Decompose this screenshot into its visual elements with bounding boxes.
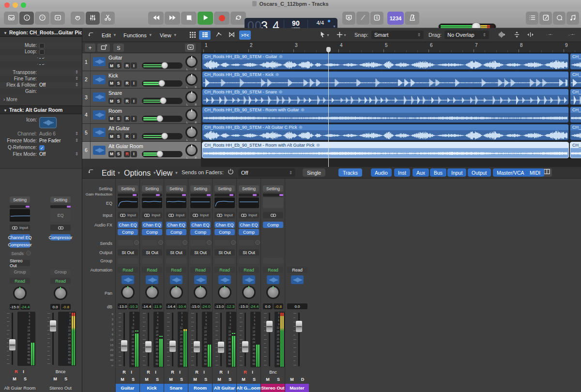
track-input-monitor-button[interactable]: I [131,151,137,157]
group-slot[interactable]: Group [50,269,71,275]
list-editors-button[interactable] [526,12,538,25]
library-button[interactable] [4,12,18,25]
erase-button[interactable] [342,12,355,25]
vertical-auto-zoom-button[interactable] [510,30,523,40]
mixer-filter-aux[interactable]: Aux [413,168,429,177]
mute-button[interactable]: M [288,376,296,382]
track-input-monitor-button[interactable]: I [131,80,137,87]
pan-knob[interactable] [242,286,256,299]
tracks-menu-functions[interactable]: Functions▼ [123,31,153,39]
fader-cap[interactable] [193,341,200,353]
channel-setting-button[interactable]: Setting [50,196,71,203]
mute-button[interactable]: M [10,376,19,382]
channel-setting-button[interactable]: Setting [190,185,211,192]
track-lane[interactable]: CH_Roots HH_Eb_90_STEM - Kick◎CH_ [201,71,581,89]
send-knob[interactable] [207,240,212,245]
send-slot[interactable] [142,240,157,246]
track-volume-slider[interactable] [142,133,183,139]
track-lane[interactable]: CH_Roots HH_Eb_90_STEM - Alt Guitar C Pi… [201,123,581,141]
solo-button[interactable]: S [201,376,210,382]
audio-region[interactable]: CH_Roots HH_Eb_90_STEM - Alt Guitar C Pi… [202,124,569,140]
automation-mode-button[interactable]: Read [263,267,283,273]
cycle-button[interactable] [230,12,246,25]
bounce-button[interactable]: Bnc [266,369,280,375]
checkbox-checked[interactable]: ✓ [39,145,45,151]
playhead-marker[interactable] [326,47,331,52]
mixer-strip-alt-guitar[interactable]: SettingInputChan EQCompSt OutRead-13.0-1… [212,179,236,392]
track-volume-slider[interactable] [142,116,183,122]
channel-icon[interactable] [122,275,134,284]
track-input-monitor-button[interactable]: I [131,116,137,122]
track-record-button[interactable]: R [124,98,130,104]
solo-button[interactable]: D [298,376,307,382]
audio-fx-comp[interactable]: Comp [142,229,162,235]
output-slot[interactable]: St Out [166,249,186,256]
horizontal-zoom-slider[interactable]: ↔ [561,30,581,40]
automation-mode-button[interactable]: Read [239,267,259,273]
waveform-zoom-button[interactable] [495,30,508,40]
fader-cap[interactable] [242,341,249,353]
input-slot[interactable]: Input [166,212,186,218]
fader-cap[interactable] [217,341,225,353]
mute-button[interactable]: M [215,376,224,382]
checkbox[interactable] [39,43,45,48]
editors-button[interactable] [101,12,115,25]
vertical-zoom-slider[interactable]: ↕ [538,30,560,40]
audio-region-next[interactable]: CH_ [570,53,581,70]
track-pan-knob[interactable] [185,91,198,103]
audio-waveform-icon[interactable] [93,92,106,102]
channel-eq-thumbnail[interactable] [10,209,30,222]
channel-icon[interactable] [243,275,255,284]
mixer-button[interactable] [86,12,100,25]
track-row-snare[interactable]: 3SnareMSRILR [82,89,201,106]
channel-icon[interactable] [170,275,183,284]
pan-knob[interactable] [266,286,280,299]
solo-button[interactable]: S [153,376,162,382]
add-track-button[interactable]: + [85,44,95,52]
mixer-filter-master-vca[interactable]: Master/VCA [493,168,528,177]
track-view-button[interactable] [199,30,211,40]
stepper-icon[interactable]: ⇕ [75,138,78,143]
mixer-filter-bus[interactable]: Bus [430,168,446,177]
track-volume-slider[interactable] [142,98,183,104]
input-monitor-button[interactable]: I [225,369,231,375]
audio-fx-channel-eq[interactable]: Channel EQ [10,234,30,241]
audio-region-next[interactable]: CH_ [570,142,581,158]
track-solo-button[interactable]: S [115,116,122,122]
output-slot[interactable]: St Out [214,249,235,256]
channel-setting-button[interactable]: Setting [263,185,283,192]
group-slot[interactable] [166,258,186,264]
channel-icon[interactable] [291,275,304,284]
input-slot[interactable]: Input [239,212,259,218]
quick-help-button[interactable]: ? [35,12,49,25]
audio-waveform-icon[interactable] [93,75,106,84]
stepper-icon[interactable]: ⇕ [75,76,78,81]
audio-fx-comp[interactable]: Comp [263,222,283,228]
audio-fx-chan-eq[interactable]: Chan EQ [190,222,211,228]
channel-setting-button[interactable]: Setting [214,185,235,192]
fader-cap[interactable] [9,339,16,351]
mute-button[interactable]: M [263,376,272,382]
send-slot[interactable] [214,240,230,246]
track-pan-knob[interactable] [185,56,198,68]
solo-button[interactable]: S [226,376,234,382]
group-slot[interactable] [190,258,211,264]
channel-eq-thumbnail[interactable] [239,197,259,208]
flex-button[interactable] [226,30,237,40]
track-record-button[interactable]: R [124,80,130,87]
track-row-alt-guitar[interactable]: 5Alt GuitarMSRILR [82,124,201,142]
audio-fx-comp[interactable]: Comp [118,229,138,235]
channel-eq-thumbnail[interactable] [190,197,211,208]
track-solo-button[interactable]: S [115,62,122,69]
record-enable-button[interactable]: R [242,369,248,375]
audio-region[interactable]: CH_Roots HH_Eb_90_STEM - Guitar◎ [202,53,569,70]
input-slot[interactable] [50,225,71,231]
media-browser-button[interactable] [566,12,579,25]
input-slot[interactable]: Input [118,212,138,218]
audio-fx-comp[interactable]: Comp [166,229,186,235]
mute-button[interactable]: M [51,376,60,382]
mute-button[interactable]: M [118,376,127,382]
count-in-button[interactable]: 1234 [387,12,404,25]
solo-button[interactable]: S [250,376,259,382]
track-input-monitor-button[interactable]: I [131,133,137,139]
